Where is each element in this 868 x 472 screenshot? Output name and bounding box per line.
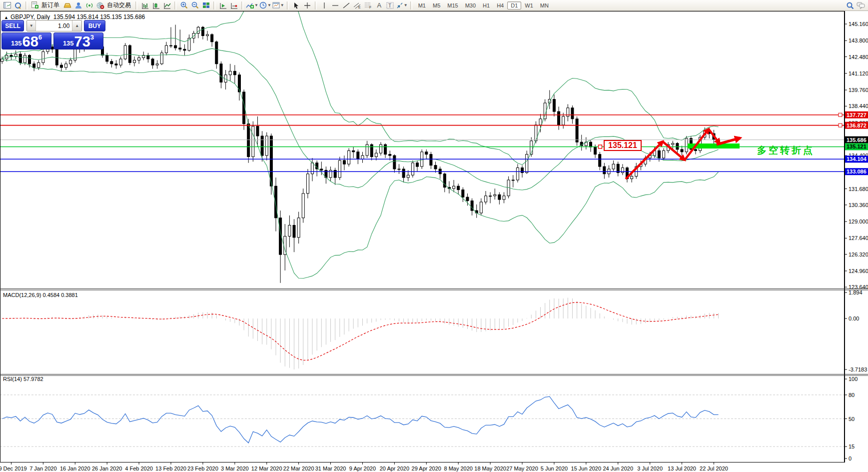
- arrows-icon[interactable]: ▼: [396, 1, 408, 10]
- timeframe-m30-button[interactable]: M30: [462, 2, 479, 10]
- svg-text:100: 100: [849, 376, 858, 382]
- zoom-in-icon[interactable]: [179, 1, 189, 10]
- svg-text:22 Mar 2020: 22 Mar 2020: [283, 466, 314, 472]
- chart-window-icon[interactable]: [2, 1, 12, 10]
- auto-trading-icon[interactable]: [95, 1, 105, 10]
- svg-text:135.686: 135.686: [847, 137, 867, 143]
- svg-text:3 Mar 2020: 3 Mar 2020: [221, 466, 249, 472]
- tile-windows-icon[interactable]: [201, 1, 211, 10]
- price-callout-label[interactable]: 135.121: [604, 140, 642, 151]
- sell-price-pip: 6: [38, 34, 42, 41]
- svg-text:12 Mar 2020: 12 Mar 2020: [251, 466, 282, 472]
- market-watch-icon[interactable]: [13, 1, 23, 10]
- fibonacci-icon[interactable]: F: [363, 1, 373, 10]
- text-label-icon[interactable]: T: [385, 1, 395, 10]
- text-icon[interactable]: A: [374, 1, 384, 10]
- date-axis[interactable]: 29 Dec 20197 Jan 202016 Jan 202026 Jan 2…: [0, 462, 728, 472]
- volume-decrease-button[interactable]: ▼: [27, 20, 36, 31]
- svg-text:24 Jun 2020: 24 Jun 2020: [603, 466, 633, 472]
- volume-increase-button[interactable]: ▲: [72, 20, 81, 31]
- callout-anchor-handle[interactable]: [599, 145, 602, 148]
- horizontal-line-icon[interactable]: [330, 1, 340, 10]
- macd-panel[interactable]: [2, 298, 718, 370]
- crosshair-icon[interactable]: [302, 1, 312, 10]
- svg-text:139.760: 139.760: [849, 87, 868, 93]
- timeframe-h1-button[interactable]: H1: [479, 2, 493, 10]
- price-chart-canvas[interactable]: 145.160143.800142.480141.120139.760138.4…: [0, 11, 868, 472]
- toolbar-separator: [174, 2, 176, 10]
- level-line-handle[interactable]: [839, 113, 842, 116]
- channel-icon[interactable]: E: [352, 1, 362, 10]
- svg-text:-3.7183: -3.7183: [849, 366, 867, 372]
- toolbar-separator: [135, 2, 137, 10]
- line-chart-icon[interactable]: [162, 1, 172, 10]
- volume-input[interactable]: [36, 20, 72, 31]
- auto-trading-button[interactable]: 自动交易: [107, 1, 131, 10]
- zoom-out-icon[interactable]: [190, 1, 200, 10]
- community-icon[interactable]: [73, 1, 83, 10]
- buy-price-big: 73: [74, 35, 90, 48]
- timeframe-mn-button[interactable]: MN: [537, 2, 552, 10]
- candlestick-chart-icon[interactable]: [151, 1, 161, 10]
- timeframe-m15-button[interactable]: M15: [444, 2, 461, 10]
- new-order-icon[interactable]: [30, 1, 40, 10]
- one-click-trading-panel: SELL ▼ ▲ BUY 135 68 6 135 73 3: [1, 20, 105, 50]
- auto-scroll-icon[interactable]: [218, 1, 228, 10]
- main-price-panel[interactable]: [0, 11, 845, 283]
- svg-text:13 Feb 2020: 13 Feb 2020: [155, 466, 186, 472]
- svg-text:7 Jan 2020: 7 Jan 2020: [29, 466, 56, 472]
- svg-text:16 Jan 2020: 16 Jan 2020: [60, 466, 90, 472]
- candlesticks: [1, 24, 720, 282]
- timeframe-m1-button[interactable]: M1: [415, 2, 429, 10]
- timeframe-m5-button[interactable]: M5: [429, 2, 444, 10]
- svg-text:134.104: 134.104: [847, 156, 867, 162]
- timeframe-w1-button[interactable]: W1: [521, 2, 537, 10]
- chevron-down-icon[interactable]: ▼: [267, 3, 271, 8]
- chart-shift-icon[interactable]: [229, 1, 239, 10]
- zigzag-arrow-segment[interactable]: [709, 129, 720, 144]
- svg-text:4 Feb 2020: 4 Feb 2020: [125, 466, 153, 472]
- trendline-icon[interactable]: [341, 1, 351, 10]
- symbol-marker-icon: ▲: [4, 15, 8, 20]
- svg-text:143.800: 143.800: [849, 38, 868, 44]
- timeframe-h4-button[interactable]: H4: [493, 2, 507, 10]
- signal-icon[interactable]: [84, 1, 94, 10]
- svg-text:22 Jul 2020: 22 Jul 2020: [700, 466, 728, 472]
- sell-price-display[interactable]: 135 68 6: [1, 32, 51, 50]
- chat-icon[interactable]: [856, 1, 866, 10]
- level-line-handle[interactable]: [839, 124, 842, 127]
- rsi-line: [2, 396, 718, 443]
- svg-text:80: 80: [849, 392, 855, 398]
- toolbar-separator: [213, 2, 215, 10]
- price-axis[interactable]: 145.160143.800142.480141.120139.760138.4…: [845, 21, 868, 462]
- chevron-down-icon[interactable]: ▼: [404, 3, 408, 8]
- new-order-button[interactable]: 新订单: [41, 1, 59, 10]
- bar-chart-icon[interactable]: [140, 1, 150, 10]
- cursor-icon[interactable]: [291, 1, 301, 10]
- svg-text:20 Apr 2020: 20 Apr 2020: [380, 466, 409, 472]
- chevron-down-icon[interactable]: ▼: [280, 3, 284, 8]
- buy-price-prefix: 135: [63, 40, 74, 47]
- buy-price-display[interactable]: 135 73 3: [53, 32, 103, 50]
- svg-text:130.360: 130.360: [849, 202, 868, 208]
- svg-text:15: 15: [849, 444, 855, 450]
- buy-button[interactable]: BUY: [84, 20, 105, 32]
- search-icon[interactable]: [845, 1, 855, 10]
- templates-icon[interactable]: ▼: [272, 1, 284, 10]
- svg-text:13 Jul 2020: 13 Jul 2020: [668, 466, 696, 472]
- timeframe-d1-button[interactable]: D1: [507, 2, 521, 10]
- periods-icon[interactable]: ▼: [259, 1, 271, 10]
- svg-text:29 Apr 2020: 29 Apr 2020: [412, 466, 441, 472]
- svg-text:18 May 2020: 18 May 2020: [474, 466, 506, 472]
- bollinger-band-m: [2, 48, 718, 190]
- rsi-panel[interactable]: [0, 395, 845, 446]
- vertical-line-icon[interactable]: [319, 1, 329, 10]
- chevron-down-icon[interactable]: ▼: [254, 3, 258, 8]
- sell-price-prefix: 135: [11, 40, 22, 47]
- svg-text:136.872: 136.872: [847, 122, 867, 128]
- indicators-icon[interactable]: ▼: [246, 1, 258, 10]
- svg-text:126.320: 126.320: [849, 252, 868, 258]
- chart-svg[interactable]: 145.160143.800142.480141.120139.760138.4…: [0, 11, 868, 472]
- gold-bar-icon[interactable]: [62, 1, 72, 10]
- sell-button[interactable]: SELL: [1, 20, 24, 32]
